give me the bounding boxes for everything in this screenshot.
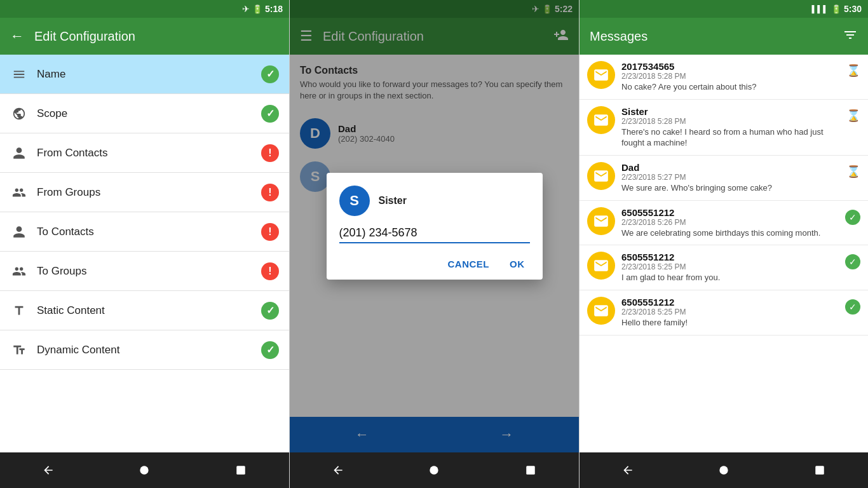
nav-home-2[interactable] [424,461,444,480]
status-check-static: ✓ [261,302,279,320]
msg-body-6: 6505551212 2/23/2018 5:25 PM Hello there… [621,297,839,329]
nav-home-1[interactable] [135,461,154,480]
battery-icon-1: 🔋 [252,4,262,14]
nav-back-2[interactable] [329,461,348,480]
dialog-actions: CANCEL OK [339,256,530,272]
svg-point-2 [430,466,438,474]
app-title-1: Edit Configuration [34,29,279,44]
msg-avatar-5 [587,252,615,280]
message-item-5[interactable]: 6505551212 2/23/2018 5:25 PM I am glad t… [580,245,868,290]
message-list: 2017534565 2/23/2018 5:28 PM No cake? Ar… [580,55,868,452]
bottom-nav-3 [580,452,868,488]
msg-body-1: 2017534565 2/23/2018 5:28 PM No cake? Ar… [621,61,840,93]
message-item-1[interactable]: 2017534565 2/23/2018 5:28 PM No cake? Ar… [580,55,868,100]
menu-item-from-contacts[interactable]: From Contacts ! [0,133,289,173]
msg-preview-6: Hello there family! [621,318,839,329]
back-button-1[interactable]: ← [10,28,24,44]
menu-label-from-contacts: From Contacts [37,147,261,159]
message-item-4[interactable]: 6505551212 2/23/2018 5:26 PM We are cele… [580,201,868,246]
msg-preview-1: No cake? Are you certain about this? [621,82,840,93]
msg-name-1: 2017534565 [621,61,840,72]
bottom-nav-1 [0,452,289,488]
app-title-3: Messages [590,29,832,44]
nav-home-3[interactable] [714,461,733,480]
menu-item-name[interactable]: Name ✓ [0,55,289,94]
nav-square-2[interactable] [521,461,540,480]
msg-date-1: 2/23/2018 5:28 PM [621,72,840,81]
status-check-name: ✓ [261,65,279,83]
dialog-name: Sister [379,195,407,207]
app-bar-3: Messages [580,18,868,55]
menu-label-name: Name [37,68,261,81]
status-error-to-contacts: ! [261,223,279,241]
dialog-input-wrap [339,224,530,243]
message-item-6[interactable]: 6505551212 2/23/2018 5:25 PM Hello there… [580,290,868,336]
hourglass-icon-3: ⌛ [846,165,860,179]
msg-avatar-1 [587,61,615,89]
signal-icon-3: ▌▌▌ [812,5,829,13]
menu-item-static-content[interactable]: Static Content ✓ [0,291,289,330]
msg-status-5: ✓ [845,252,860,269]
nav-square-3[interactable] [810,461,829,480]
menu-item-scope[interactable]: Scope ✓ [0,94,289,133]
panel3: ▌▌▌ 🔋 5:30 Messages 2017534565 2/23/2018… [580,0,868,488]
dialog-contact-row: S Sister [339,186,530,216]
dialog-box: S Sister CANCEL OK [327,173,543,280]
status-check-dynamic: ✓ [261,341,279,359]
msg-avatar-3 [587,162,615,190]
msg-body-2: Sister 2/23/2018 5:28 PM There's no cake… [621,106,840,149]
filter-icon-3[interactable] [843,27,858,45]
menu-item-from-groups[interactable]: From Groups ! [0,173,289,212]
nav-square-1[interactable] [231,461,250,480]
msg-preview-3: We sure are. Who's bringing some cake? [621,183,840,194]
dialog-phone-input[interactable] [339,224,530,243]
status-error-to-groups: ! [261,262,279,280]
text2-icon-dynamic [10,343,28,357]
message-item-2[interactable]: Sister 2/23/2018 5:28 PM There's no cake… [580,100,868,156]
airplane-icon-1: ✈ [242,4,250,14]
globe-icon [10,107,28,121]
panel1: ✈ 🔋 5:18 ← Edit Configuration Name ✓ Sco… [0,0,290,488]
hourglass-icon-2: ⌛ [846,109,860,123]
dialog-ok-button[interactable]: OK [505,256,530,272]
msg-name-2: Sister [621,106,840,117]
dialog-cancel-button[interactable]: CANCEL [443,256,495,272]
time-3: 5:30 [844,4,862,14]
msg-body-3: Dad 2/23/2018 5:27 PM We sure are. Who's… [621,162,840,194]
group-icon-to-groups [10,264,28,278]
menu-label-dynamic-content: Dynamic Content [37,344,261,356]
menu-list: Name ✓ Scope ✓ From Contacts ! From Grou… [0,55,289,452]
status-bar-3: ▌▌▌ 🔋 5:30 [580,0,868,18]
status-bar-1: ✈ 🔋 5:18 [0,0,289,18]
nav-back-1[interactable] [39,461,58,480]
msg-status-2: ⌛ [846,106,860,123]
msg-preview-4: We are celebrating some birthdays this c… [621,228,839,239]
menu-label-from-groups: From Groups [37,186,261,199]
msg-date-4: 2/23/2018 5:26 PM [621,218,839,227]
battery-icon-3: 🔋 [831,4,841,14]
bottom-nav-2 [290,452,579,488]
msg-date-5: 2/23/2018 5:25 PM [621,262,839,271]
dialog-avatar: S [339,186,370,216]
msg-body-5: 6505551212 2/23/2018 5:25 PM I am glad t… [621,252,839,283]
panel2: ✈ 🔋 5:22 ☰ Edit Configuration To Contact… [290,0,580,488]
menu-item-to-contacts[interactable]: To Contacts ! [0,212,289,252]
msg-body-4: 6505551212 2/23/2018 5:26 PM We are cele… [621,207,839,239]
menu-label-static-content: Static Content [37,304,261,317]
person-icon-to-contacts [10,225,28,239]
group-icon-from-groups [10,186,28,200]
menu-label-to-groups: To Groups [37,265,261,278]
nav-back-3[interactable] [618,461,637,480]
hourglass-icon-1: ⌛ [846,64,860,78]
status-error-from-groups: ! [261,184,279,201]
svg-point-4 [719,466,728,474]
msg-date-6: 2/23/2018 5:25 PM [621,308,839,316]
time-1: 5:18 [265,4,283,14]
msg-status-3: ⌛ [846,162,860,179]
menu-item-dynamic-content[interactable]: Dynamic Content ✓ [0,330,289,370]
message-item-3[interactable]: Dad 2/23/2018 5:27 PM We sure are. Who's… [580,156,868,201]
msg-status-4: ✓ [845,207,860,225]
msg-status-1: ⌛ [846,61,860,78]
svg-point-0 [140,466,149,474]
menu-item-to-groups[interactable]: To Groups ! [0,252,289,291]
